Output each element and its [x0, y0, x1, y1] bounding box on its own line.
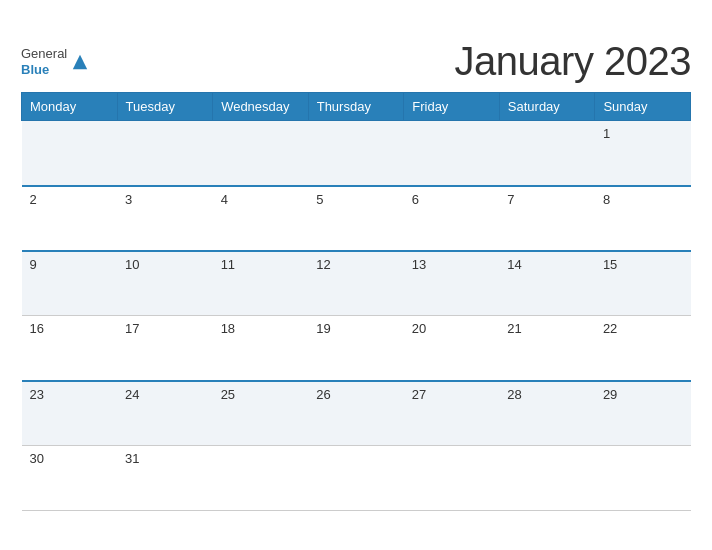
calendar-day-cell — [404, 446, 500, 511]
calendar-day-cell: 3 — [117, 186, 213, 251]
calendar-day-cell — [499, 121, 595, 186]
day-number: 2 — [30, 192, 110, 207]
header-wednesday: Wednesday — [213, 93, 309, 121]
day-number: 13 — [412, 257, 492, 272]
calendar-day-cell: 22 — [595, 316, 691, 381]
logo-icon — [71, 53, 89, 71]
day-number: 1 — [603, 126, 683, 141]
calendar-day-cell — [213, 446, 309, 511]
calendar-day-cell — [117, 121, 213, 186]
calendar-week-row: 23242526272829 — [22, 381, 691, 446]
calendar-day-cell: 20 — [404, 316, 500, 381]
calendar-day-cell: 23 — [22, 381, 118, 446]
day-number: 4 — [221, 192, 301, 207]
day-number: 15 — [603, 257, 683, 272]
calendar-body: 1234567891011121314151617181920212223242… — [22, 121, 691, 511]
day-number: 25 — [221, 387, 301, 402]
day-number: 21 — [507, 321, 587, 336]
day-number: 8 — [603, 192, 683, 207]
calendar-day-cell — [404, 121, 500, 186]
day-number: 23 — [30, 387, 110, 402]
day-number: 11 — [221, 257, 301, 272]
day-number: 29 — [603, 387, 683, 402]
day-number: 18 — [221, 321, 301, 336]
calendar-day-cell: 16 — [22, 316, 118, 381]
calendar-week-row: 9101112131415 — [22, 251, 691, 316]
logo-blue: Blue — [21, 62, 67, 78]
day-headers-row: Monday Tuesday Wednesday Thursday Friday… — [22, 93, 691, 121]
svg-marker-0 — [73, 54, 87, 68]
calendar-day-cell: 1 — [595, 121, 691, 186]
calendar-thead: Monday Tuesday Wednesday Thursday Friday… — [22, 93, 691, 121]
day-number: 30 — [30, 451, 110, 466]
calendar-day-cell: 18 — [213, 316, 309, 381]
calendar-day-cell: 17 — [117, 316, 213, 381]
calendar-header: General Blue January 2023 — [21, 39, 691, 84]
calendar-day-cell: 21 — [499, 316, 595, 381]
calendar-day-cell — [22, 121, 118, 186]
day-number: 12 — [316, 257, 396, 272]
day-number: 27 — [412, 387, 492, 402]
calendar-day-cell: 9 — [22, 251, 118, 316]
calendar-day-cell — [308, 121, 404, 186]
day-number: 10 — [125, 257, 205, 272]
day-number: 6 — [412, 192, 492, 207]
calendar-day-cell: 14 — [499, 251, 595, 316]
calendar-day-cell: 7 — [499, 186, 595, 251]
day-number: 5 — [316, 192, 396, 207]
calendar-day-cell: 11 — [213, 251, 309, 316]
calendar-day-cell: 2 — [22, 186, 118, 251]
calendar-week-row: 2345678 — [22, 186, 691, 251]
calendar-day-cell: 28 — [499, 381, 595, 446]
day-number: 31 — [125, 451, 205, 466]
calendar-title: January 2023 — [455, 39, 691, 84]
logo-text: General Blue — [21, 46, 67, 77]
calendar-day-cell: 15 — [595, 251, 691, 316]
header-saturday: Saturday — [499, 93, 595, 121]
calendar-day-cell — [499, 446, 595, 511]
calendar-container: General Blue January 2023 Monday Tuesday… — [11, 29, 701, 521]
calendar-day-cell — [213, 121, 309, 186]
logo-general: General — [21, 46, 67, 62]
day-number: 22 — [603, 321, 683, 336]
calendar-day-cell: 5 — [308, 186, 404, 251]
calendar-day-cell: 12 — [308, 251, 404, 316]
day-number: 14 — [507, 257, 587, 272]
calendar-day-cell: 10 — [117, 251, 213, 316]
day-number: 3 — [125, 192, 205, 207]
header-sunday: Sunday — [595, 93, 691, 121]
calendar-week-row: 3031 — [22, 446, 691, 511]
header-friday: Friday — [404, 93, 500, 121]
calendar-grid: Monday Tuesday Wednesday Thursday Friday… — [21, 92, 691, 511]
header-tuesday: Tuesday — [117, 93, 213, 121]
day-number: 7 — [507, 192, 587, 207]
day-number: 17 — [125, 321, 205, 336]
calendar-day-cell: 29 — [595, 381, 691, 446]
day-number: 24 — [125, 387, 205, 402]
day-number: 26 — [316, 387, 396, 402]
calendar-day-cell: 13 — [404, 251, 500, 316]
header-monday: Monday — [22, 93, 118, 121]
calendar-day-cell — [308, 446, 404, 511]
calendar-day-cell: 6 — [404, 186, 500, 251]
calendar-week-row: 1 — [22, 121, 691, 186]
calendar-day-cell: 26 — [308, 381, 404, 446]
calendar-day-cell: 27 — [404, 381, 500, 446]
header-thursday: Thursday — [308, 93, 404, 121]
calendar-day-cell: 24 — [117, 381, 213, 446]
day-number: 28 — [507, 387, 587, 402]
calendar-day-cell: 30 — [22, 446, 118, 511]
calendar-day-cell: 8 — [595, 186, 691, 251]
logo: General Blue — [21, 46, 89, 77]
day-number: 20 — [412, 321, 492, 336]
day-number: 19 — [316, 321, 396, 336]
calendar-day-cell: 25 — [213, 381, 309, 446]
calendar-day-cell — [595, 446, 691, 511]
calendar-week-row: 16171819202122 — [22, 316, 691, 381]
calendar-day-cell: 4 — [213, 186, 309, 251]
calendar-day-cell: 31 — [117, 446, 213, 511]
day-number: 16 — [30, 321, 110, 336]
day-number: 9 — [30, 257, 110, 272]
calendar-day-cell: 19 — [308, 316, 404, 381]
